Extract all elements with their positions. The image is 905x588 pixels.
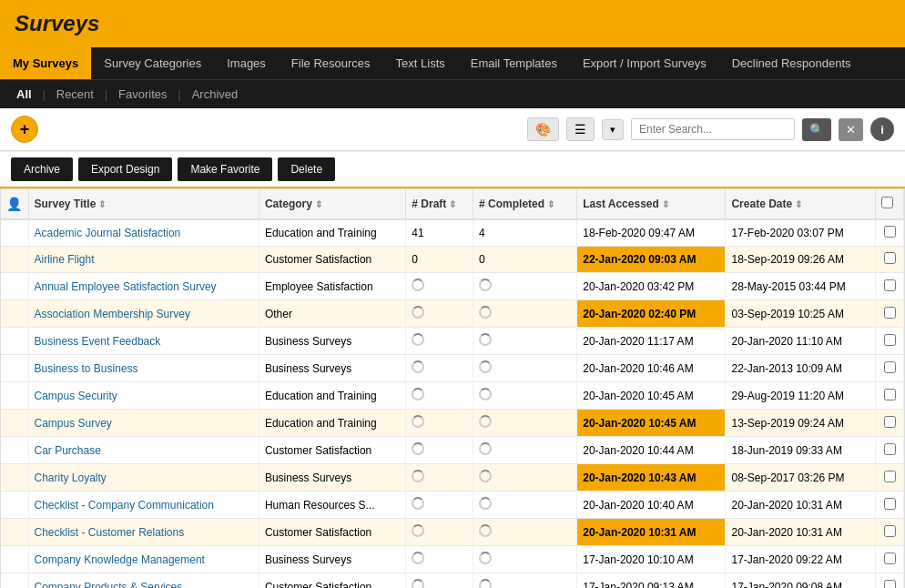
list-view-button[interactable]: ☰	[566, 117, 595, 141]
row-title-cell: Company Knowledge Management	[28, 546, 259, 573]
sub-nav-item-archived[interactable]: Archived	[185, 86, 246, 103]
row-checkbox[interactable]	[884, 471, 896, 482]
table-row: Business Event FeedbackBusiness Surveys2…	[1, 328, 904, 355]
loading-spinner	[479, 333, 492, 346]
col-title[interactable]: Survey Title ⇕	[28, 189, 259, 219]
row-checkbox[interactable]	[884, 389, 896, 400]
row-last-accessed-cell: 20-Jan-2020 11:17 AM	[577, 328, 726, 355]
nav-item-declined-respondents[interactable]: Declined Respondents	[719, 47, 864, 79]
survey-title-link[interactable]: Academic Journal Satisfaction	[35, 227, 181, 239]
loading-spinner	[412, 306, 424, 319]
row-checkbox[interactable]	[884, 226, 896, 238]
archive-button[interactable]: Archive	[11, 157, 73, 181]
row-person-cell	[1, 437, 28, 464]
make-favorite-button[interactable]: Make Favorite	[178, 157, 272, 181]
row-select-cell	[876, 382, 904, 410]
nav-item-images[interactable]: Images	[214, 47, 279, 79]
nav-item-my-surveys[interactable]: My Surveys	[0, 47, 91, 79]
table-row: Company Products & ServicesCustomer Sati…	[1, 573, 904, 589]
survey-title-link[interactable]: Business Event Feedback	[35, 335, 161, 348]
search-button[interactable]: 🔍	[802, 118, 831, 141]
select-all-checkbox[interactable]	[881, 197, 893, 208]
sub-nav-item-all[interactable]: All	[9, 86, 39, 103]
nav-item-export-import[interactable]: Export / Import Surveys	[570, 47, 719, 79]
loading-spinner	[479, 470, 492, 482]
search-clear-button[interactable]: ✕	[839, 118, 863, 141]
expand-button[interactable]: ▾	[602, 119, 624, 140]
row-select-cell	[876, 546, 904, 573]
nav-item-email-templates[interactable]: Email Templates	[458, 47, 570, 79]
row-person-cell	[1, 219, 28, 247]
row-select-cell	[876, 300, 904, 328]
row-completed-cell	[473, 492, 577, 519]
col-create-date[interactable]: Create Date ⇕	[726, 189, 876, 219]
row-last-accessed-cell: 20-Jan-2020 10:31 AM	[577, 519, 726, 546]
survey-title-link[interactable]: Car Purchase	[35, 444, 101, 457]
survey-title-link[interactable]: Checklist - Company Communication	[35, 499, 214, 512]
row-checkbox[interactable]	[884, 443, 896, 455]
row-checkbox[interactable]	[884, 252, 896, 264]
row-checkbox[interactable]	[884, 525, 896, 537]
survey-title-link[interactable]: Campus Survey	[35, 417, 112, 430]
survey-title-link[interactable]: Company Products & Services	[35, 581, 183, 589]
col-category[interactable]: Category ⇕	[259, 189, 405, 219]
row-checkbox[interactable]	[884, 279, 896, 291]
row-completed-cell	[473, 300, 577, 328]
col-last-accessed[interactable]: Last Accessed ⇕	[577, 189, 726, 219]
row-completed-cell	[473, 328, 577, 355]
row-select-cell	[876, 273, 904, 300]
sub-nav-item-recent[interactable]: Recent	[49, 86, 101, 103]
loading-spinner	[479, 579, 492, 588]
loading-spinner	[412, 415, 424, 428]
row-checkbox[interactable]	[884, 361, 896, 373]
person-icon: 👤	[6, 197, 22, 211]
survey-title-link[interactable]: Annual Employee Satisfaction Survey	[35, 280, 217, 293]
survey-title-link[interactable]: Charity Loyalty	[35, 471, 107, 484]
nav-item-survey-categories[interactable]: Survey Categories	[91, 47, 214, 79]
export-design-button[interactable]: Export Design	[78, 157, 172, 181]
row-checkbox[interactable]	[884, 334, 896, 346]
row-person-cell	[1, 247, 28, 273]
row-person-cell	[1, 300, 28, 328]
row-title-cell: Annual Employee Satisfaction Survey	[28, 273, 259, 300]
nav-item-file-resources[interactable]: File Resources	[279, 47, 383, 79]
row-checkbox[interactable]	[884, 580, 896, 589]
survey-title-link[interactable]: Company Knowledge Management	[35, 553, 205, 566]
survey-title-link[interactable]: Airline Flight	[35, 253, 95, 266]
row-person-cell	[1, 519, 28, 546]
loading-spinner	[412, 579, 424, 588]
row-last-accessed-cell: 20-Jan-2020 02:40 PM	[577, 300, 726, 328]
delete-button[interactable]: Delete	[278, 157, 335, 181]
app-title: Surveys	[15, 11, 890, 36]
table-row: Car PurchaseCustomer Satisfaction20-Jan-…	[1, 437, 904, 464]
row-category-cell: Business Surveys	[259, 546, 405, 573]
row-checkbox[interactable]	[884, 498, 896, 510]
row-completed-cell	[473, 519, 577, 546]
col-completed[interactable]: # Completed ⇕	[473, 189, 577, 219]
search-input[interactable]	[631, 118, 795, 140]
row-create-date-cell: 22-Jan-2013 10:09 AM	[726, 355, 876, 382]
col-select	[876, 189, 904, 219]
row-checkbox[interactable]	[884, 553, 896, 564]
survey-title-link[interactable]: Checklist - Customer Relations	[35, 526, 185, 539]
row-drafts-cell: 41	[406, 219, 473, 247]
nav-item-text-lists[interactable]: Text Lists	[383, 47, 458, 79]
row-checkbox[interactable]	[884, 416, 896, 428]
row-category-cell: Education and Training	[259, 382, 405, 410]
row-create-date-cell: 13-Sep-2019 09:24 AM	[726, 410, 876, 437]
survey-title-link[interactable]: Campus Security	[35, 390, 117, 402]
row-category-cell: Customer Satisfaction	[259, 519, 405, 546]
row-checkbox[interactable]	[884, 307, 896, 319]
row-title-cell: Academic Journal Satisfaction	[28, 219, 259, 247]
row-create-date-cell: 17-Jan-2020 09:22 AM	[726, 546, 876, 573]
sub-nav-item-favorites[interactable]: Favorites	[111, 86, 174, 103]
row-person-cell	[1, 492, 28, 519]
survey-table-body: Academic Journal SatisfactionEducation a…	[1, 219, 904, 588]
survey-title-link[interactable]: Business to Business	[35, 362, 138, 375]
table-row: Charity LoyaltyBusiness Surveys20-Jan-20…	[1, 464, 904, 492]
survey-title-link[interactable]: Association Membership Survey	[35, 308, 190, 320]
add-survey-button[interactable]: +	[11, 116, 38, 143]
info-button[interactable]: i	[870, 117, 894, 141]
col-drafts[interactable]: # Draft ⇕	[406, 189, 473, 219]
palette-button[interactable]: 🎨	[527, 117, 559, 141]
